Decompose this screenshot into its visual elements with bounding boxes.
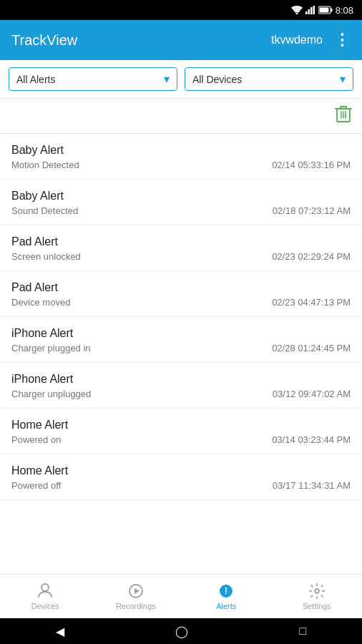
app-header: TrackView tkvwdemo ⋮ — [0, 20, 362, 60]
alert-time: 03/14 03:23:44 PM — [272, 434, 351, 445]
svg-rect-4 — [313, 6, 315, 14]
android-nav-bar: ◀ ◯ □ — [0, 618, 362, 644]
nav-label-alerts: Alerts — [216, 602, 236, 610]
delete-button[interactable] — [335, 104, 352, 127]
alert-title: iPhone Alert — [11, 373, 351, 386]
devices-nav-icon — [36, 582, 54, 600]
status-bar: 8:08 — [0, 0, 362, 20]
alerts-filter-dropdown[interactable]: All Alerts ▾ — [9, 67, 177, 91]
devices-filter-dropdown[interactable]: All Devices ▾ — [185, 67, 353, 91]
svg-point-9 — [41, 584, 49, 591]
menu-button[interactable]: ⋮ — [334, 31, 351, 49]
alert-details: Screen unlocked 02/23 02:29:24 PM — [11, 251, 351, 262]
nav-item-recordings[interactable]: Recordings — [91, 578, 182, 615]
svg-point-14 — [315, 589, 319, 593]
alert-item[interactable]: Pad Alert Screen unlocked 02/23 02:29:24… — [0, 225, 362, 271]
header-right: tkvwdemo ⋮ — [271, 31, 351, 49]
alert-subtitle: Powered off — [11, 480, 61, 491]
signal-icon — [305, 6, 315, 14]
wifi-icon — [291, 6, 303, 14]
battery-icon — [318, 6, 333, 14]
alert-subtitle: Powered on — [11, 434, 61, 445]
alert-title: Pad Alert — [11, 281, 351, 294]
recordings-nav-icon — [127, 582, 145, 600]
alert-details: Charger unplugged 03/12 09:47:02 AM — [11, 389, 351, 399]
alert-time: 03/17 11:34:31 AM — [273, 480, 351, 491]
alert-subtitle: Screen unlocked — [11, 251, 81, 262]
svg-rect-3 — [310, 7, 313, 14]
svg-marker-11 — [134, 588, 140, 594]
alert-title: Baby Alert — [11, 190, 351, 203]
svg-rect-2 — [308, 9, 310, 14]
alert-details: Device moved 02/23 04:47:13 PM — [11, 297, 351, 308]
alert-time: 02/28 01:24:45 PM — [272, 343, 351, 353]
alert-item[interactable]: iPhone Alert Charger unplugged 03/12 09:… — [0, 363, 362, 409]
alert-item[interactable]: Home Alert Powered on 03/14 03:23:44 PM — [0, 409, 362, 454]
alert-item[interactable]: Home Alert Powered off 03/17 11:34:31 AM — [0, 454, 362, 500]
nav-label-recordings: Recordings — [116, 602, 156, 610]
app-title: TrackView — [11, 32, 77, 49]
alert-subtitle: Charger plugged in — [11, 343, 91, 353]
alert-time: 02/23 04:47:13 PM — [272, 297, 351, 308]
nav-label-settings: Settings — [303, 602, 331, 610]
alert-details: Powered off 03/17 11:34:31 AM — [11, 480, 351, 491]
alert-details: Powered on 03/14 03:23:44 PM — [11, 434, 351, 445]
alert-item[interactable]: iPhone Alert Charger plugged in 02/28 01… — [0, 317, 362, 363]
home-button[interactable]: ◯ — [175, 625, 188, 638]
alert-item[interactable]: Pad Alert Device moved 02/23 04:47:13 PM — [0, 271, 362, 317]
trash-icon — [335, 104, 352, 123]
alerts-nav-icon: ! — [217, 582, 235, 600]
alert-title: Home Alert — [11, 419, 351, 431]
nav-item-settings[interactable]: Settings — [272, 578, 363, 615]
alerts-filter-label: All Alerts — [16, 74, 55, 85]
alert-item[interactable]: Baby Alert Sound Detected 02/18 07:23:12… — [0, 180, 362, 225]
svg-text:!: ! — [225, 585, 228, 596]
recents-button[interactable]: □ — [300, 625, 307, 638]
alert-details: Sound Detected 02/18 07:23:12 AM — [11, 205, 351, 216]
alert-details: Charger plugged in 02/28 01:24:45 PM — [11, 343, 351, 353]
alert-subtitle: Charger unplugged — [11, 389, 91, 399]
username-display: tkvwdemo — [271, 34, 323, 47]
alert-title: Baby Alert — [11, 144, 351, 157]
devices-filter-chevron-icon: ▾ — [340, 72, 346, 86]
alert-details: Motion Detected 02/14 05:33:16 PM — [11, 160, 351, 170]
alert-list: Baby Alert Motion Detected 02/14 05:33:1… — [0, 134, 362, 600]
alert-subtitle: Sound Detected — [11, 205, 78, 216]
alert-time: 02/18 07:23:12 AM — [273, 205, 351, 216]
alert-subtitle: Device moved — [11, 297, 70, 308]
toolbar — [0, 99, 362, 134]
alert-title: Home Alert — [11, 464, 351, 477]
time-display: 8:08 — [336, 5, 353, 16]
status-icons: 8:08 — [291, 5, 353, 16]
alert-subtitle: Motion Detected — [11, 160, 79, 170]
svg-point-0 — [295, 13, 298, 15]
alert-time: 03/12 09:47:02 AM — [273, 389, 351, 399]
svg-rect-1 — [305, 11, 308, 14]
nav-label-devices: Devices — [31, 602, 59, 610]
nav-item-devices[interactable]: Devices — [0, 578, 91, 615]
alert-time: 02/14 05:33:16 PM — [272, 160, 351, 170]
alert-time: 02/23 02:29:24 PM — [272, 251, 351, 262]
nav-item-alerts[interactable]: ! Alerts — [181, 578, 272, 615]
alert-title: Pad Alert — [11, 235, 351, 248]
filter-bar: All Alerts ▾ All Devices ▾ — [0, 60, 362, 99]
alert-title: iPhone Alert — [11, 327, 351, 340]
alerts-filter-chevron-icon: ▾ — [164, 72, 170, 86]
back-button[interactable]: ◀ — [56, 625, 64, 638]
svg-rect-7 — [319, 8, 328, 13]
settings-nav-icon — [308, 582, 326, 600]
alert-item[interactable]: Baby Alert Motion Detected 02/14 05:33:1… — [0, 134, 362, 180]
svg-rect-6 — [331, 9, 332, 12]
bottom-nav: Devices Recordings ! Alerts Settings — [0, 574, 362, 618]
devices-filter-label: All Devices — [192, 74, 242, 85]
